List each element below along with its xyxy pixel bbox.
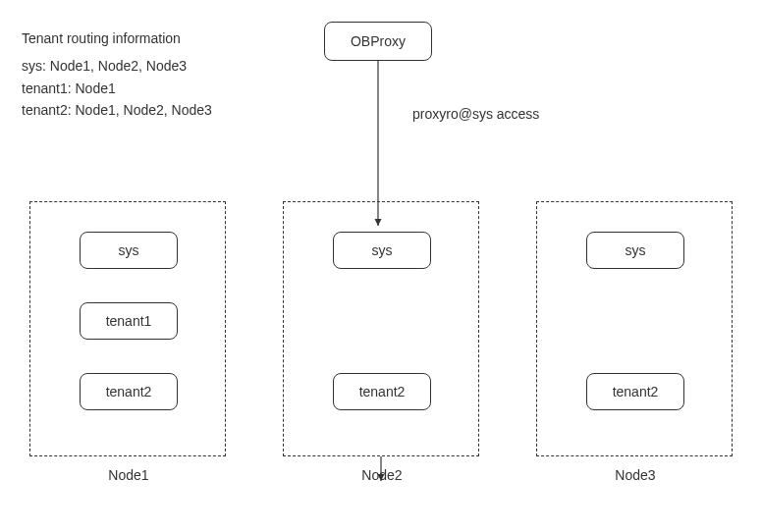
routing-info-sys: sys: Node1, Node2, Node3 xyxy=(22,55,212,77)
node3-sys-label: sys xyxy=(626,242,646,258)
node2-container: sys tenant2 Node2 xyxy=(283,201,479,456)
routing-info-tenant1: tenant1: Node1 xyxy=(22,78,212,99)
node1-tenant1-box: tenant1 xyxy=(80,302,178,340)
node2-sys-label: sys xyxy=(372,242,393,258)
node2-tenant2-box: tenant2 xyxy=(333,373,431,410)
node1-sys-label: sys xyxy=(119,242,139,258)
node1-tenant1-label: tenant1 xyxy=(106,313,152,329)
node3-sys-box: sys xyxy=(586,232,684,269)
obproxy-box: OBProxy xyxy=(324,22,432,61)
node1-sys-box: sys xyxy=(80,232,178,269)
routing-info-tenant2: tenant2: Node1, Node2, Node3 xyxy=(22,99,212,121)
node2-tenant2-label: tenant2 xyxy=(359,384,406,399)
obproxy-label: OBProxy xyxy=(351,33,406,49)
node1-container: sys tenant1 tenant2 Node1 xyxy=(29,201,226,456)
node2-label: Node2 xyxy=(284,467,480,483)
routing-info: Tenant routing information sys: Node1, N… xyxy=(22,27,212,122)
node3-container: sys tenant2 Node3 xyxy=(536,201,733,456)
node1-label: Node1 xyxy=(30,467,227,483)
routing-info-title: Tenant routing information xyxy=(22,27,212,49)
node3-tenant2-box: tenant2 xyxy=(586,373,684,410)
node2-sys-box: sys xyxy=(333,232,431,269)
proxy-arrow-label: proxyro@sys access xyxy=(412,106,539,122)
node1-tenant2-box: tenant2 xyxy=(80,373,178,410)
node3-tenant2-label: tenant2 xyxy=(613,384,659,399)
node1-tenant2-label: tenant2 xyxy=(106,384,152,399)
node3-label: Node3 xyxy=(537,467,734,483)
